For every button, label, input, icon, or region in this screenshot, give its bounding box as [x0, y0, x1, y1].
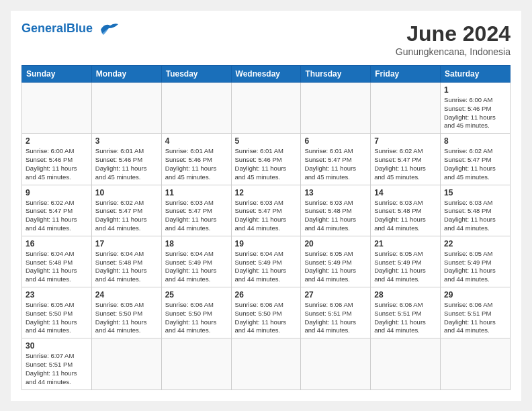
- logo-general: General: [21, 21, 66, 35]
- day-cell: 24Sunrise: 6:05 AM Sunset: 5:50 PM Dayli…: [91, 287, 161, 338]
- calendar-header-row: SundayMondayTuesdayWednesdayThursdayFrid…: [22, 66, 511, 83]
- day-number: 28: [374, 290, 437, 300]
- week-row-1: 2Sunrise: 6:00 AM Sunset: 5:46 PM Daylig…: [22, 134, 511, 185]
- day-cell: 7Sunrise: 6:02 AM Sunset: 5:47 PM Daylig…: [371, 134, 441, 185]
- day-info: Sunrise: 6:01 AM Sunset: 5:46 PM Dayligh…: [165, 147, 228, 181]
- day-cell: 2Sunrise: 6:00 AM Sunset: 5:46 PM Daylig…: [22, 134, 92, 185]
- col-header-sunday: Sunday: [22, 66, 92, 83]
- day-number: 29: [444, 290, 506, 300]
- day-info: Sunrise: 6:00 AM Sunset: 5:46 PM Dayligh…: [444, 96, 506, 130]
- day-number: 7: [374, 136, 437, 146]
- day-info: Sunrise: 6:03 AM Sunset: 5:48 PM Dayligh…: [374, 199, 437, 233]
- day-cell: [301, 338, 371, 390]
- day-cell: 15Sunrise: 6:03 AM Sunset: 5:48 PM Dayli…: [441, 185, 511, 236]
- day-cell: 5Sunrise: 6:01 AM Sunset: 5:46 PM Daylig…: [231, 134, 301, 185]
- day-info: Sunrise: 6:02 AM Sunset: 5:47 PM Dayligh…: [444, 147, 506, 181]
- day-number: 23: [26, 290, 88, 300]
- day-number: 3: [95, 136, 158, 146]
- day-number: 26: [235, 290, 298, 300]
- day-info: Sunrise: 6:05 AM Sunset: 5:49 PM Dayligh…: [444, 250, 506, 284]
- day-number: 1: [444, 85, 506, 95]
- day-info: Sunrise: 6:00 AM Sunset: 5:46 PM Dayligh…: [26, 147, 88, 181]
- col-header-thursday: Thursday: [301, 66, 371, 83]
- week-row-3: 16Sunrise: 6:04 AM Sunset: 5:48 PM Dayli…: [22, 236, 511, 287]
- day-info: Sunrise: 6:02 AM Sunset: 5:47 PM Dayligh…: [26, 199, 88, 233]
- col-header-friday: Friday: [371, 66, 441, 83]
- week-row-4: 23Sunrise: 6:05 AM Sunset: 5:50 PM Dayli…: [22, 287, 511, 338]
- day-cell: [231, 83, 301, 134]
- day-number: 11: [165, 188, 228, 197]
- day-info: Sunrise: 6:05 AM Sunset: 5:50 PM Dayligh…: [26, 301, 88, 335]
- day-number: 5: [235, 136, 298, 146]
- day-info: Sunrise: 6:06 AM Sunset: 5:51 PM Dayligh…: [444, 301, 506, 335]
- day-info: Sunrise: 6:04 AM Sunset: 5:49 PM Dayligh…: [165, 250, 228, 284]
- week-row-2: 9Sunrise: 6:02 AM Sunset: 5:47 PM Daylig…: [22, 185, 511, 236]
- day-number: 17: [95, 239, 158, 248]
- day-info: Sunrise: 6:01 AM Sunset: 5:46 PM Dayligh…: [235, 147, 298, 181]
- day-number: 25: [165, 290, 228, 300]
- day-number: 16: [26, 239, 88, 248]
- day-cell: 21Sunrise: 6:05 AM Sunset: 5:49 PM Dayli…: [371, 236, 441, 287]
- col-header-saturday: Saturday: [441, 66, 511, 83]
- day-number: 15: [444, 188, 506, 197]
- day-cell: 18Sunrise: 6:04 AM Sunset: 5:49 PM Dayli…: [161, 236, 231, 287]
- day-info: Sunrise: 6:03 AM Sunset: 5:47 PM Dayligh…: [165, 199, 228, 233]
- col-header-tuesday: Tuesday: [161, 66, 231, 83]
- logo-blue: Blue: [66, 21, 93, 35]
- calendar-page: GeneralBlue June 2024 Gunungkencana, Ind…: [11, 11, 521, 401]
- day-number: 18: [165, 239, 228, 248]
- day-number: 14: [374, 188, 437, 197]
- day-cell: [22, 83, 92, 134]
- day-cell: [301, 83, 371, 134]
- day-cell: 16Sunrise: 6:04 AM Sunset: 5:48 PM Dayli…: [22, 236, 92, 287]
- day-cell: 8Sunrise: 6:02 AM Sunset: 5:47 PM Daylig…: [441, 134, 511, 185]
- day-cell: 14Sunrise: 6:03 AM Sunset: 5:48 PM Dayli…: [371, 185, 441, 236]
- logo-text: GeneralBlue: [21, 21, 93, 36]
- day-info: Sunrise: 6:04 AM Sunset: 5:48 PM Dayligh…: [95, 250, 158, 284]
- day-cell: 30Sunrise: 6:07 AM Sunset: 5:51 PM Dayli…: [22, 338, 92, 390]
- day-cell: 27Sunrise: 6:06 AM Sunset: 5:51 PM Dayli…: [301, 287, 371, 338]
- day-number: 4: [165, 136, 228, 146]
- day-number: 9: [26, 188, 88, 197]
- day-cell: 3Sunrise: 6:01 AM Sunset: 5:46 PM Daylig…: [91, 134, 161, 185]
- day-number: 20: [304, 239, 367, 248]
- day-cell: [231, 338, 301, 390]
- week-row-0: 1Sunrise: 6:00 AM Sunset: 5:46 PM Daylig…: [22, 83, 511, 134]
- day-cell: 4Sunrise: 6:01 AM Sunset: 5:46 PM Daylig…: [161, 134, 231, 185]
- day-number: 13: [304, 188, 367, 197]
- day-cell: [371, 338, 441, 390]
- day-info: Sunrise: 6:03 AM Sunset: 5:48 PM Dayligh…: [304, 199, 367, 233]
- calendar-table: SundayMondayTuesdayWednesdayThursdayFrid…: [21, 65, 511, 390]
- day-info: Sunrise: 6:07 AM Sunset: 5:51 PM Dayligh…: [26, 352, 88, 386]
- day-cell: 12Sunrise: 6:03 AM Sunset: 5:47 PM Dayli…: [231, 185, 301, 236]
- day-number: 6: [304, 136, 367, 146]
- title-block: June 2024 Gunungkencana, Indonesia: [396, 21, 511, 57]
- day-cell: [161, 83, 231, 134]
- month-title: June 2024: [396, 21, 511, 46]
- day-cell: 20Sunrise: 6:05 AM Sunset: 5:49 PM Dayli…: [301, 236, 371, 287]
- day-info: Sunrise: 6:05 AM Sunset: 5:49 PM Dayligh…: [374, 250, 437, 284]
- day-cell: 11Sunrise: 6:03 AM Sunset: 5:47 PM Dayli…: [161, 185, 231, 236]
- day-cell: 25Sunrise: 6:06 AM Sunset: 5:50 PM Dayli…: [161, 287, 231, 338]
- day-cell: 23Sunrise: 6:05 AM Sunset: 5:50 PM Dayli…: [22, 287, 92, 338]
- day-cell: [91, 338, 161, 390]
- day-number: 10: [95, 188, 158, 197]
- day-info: Sunrise: 6:03 AM Sunset: 5:48 PM Dayligh…: [444, 199, 506, 233]
- col-header-wednesday: Wednesday: [231, 66, 301, 83]
- day-cell: 28Sunrise: 6:06 AM Sunset: 5:51 PM Dayli…: [371, 287, 441, 338]
- day-cell: 10Sunrise: 6:02 AM Sunset: 5:47 PM Dayli…: [91, 185, 161, 236]
- day-cell: 1Sunrise: 6:00 AM Sunset: 5:46 PM Daylig…: [441, 83, 511, 134]
- day-number: 19: [235, 239, 298, 248]
- week-row-5: 30Sunrise: 6:07 AM Sunset: 5:51 PM Dayli…: [22, 338, 511, 390]
- day-cell: 22Sunrise: 6:05 AM Sunset: 5:49 PM Dayli…: [441, 236, 511, 287]
- day-cell: 13Sunrise: 6:03 AM Sunset: 5:48 PM Dayli…: [301, 185, 371, 236]
- day-cell: [441, 338, 511, 390]
- col-header-monday: Monday: [91, 66, 161, 83]
- location-subtitle: Gunungkencana, Indonesia: [396, 46, 511, 57]
- day-info: Sunrise: 6:01 AM Sunset: 5:46 PM Dayligh…: [95, 147, 158, 181]
- day-number: 8: [444, 136, 506, 146]
- day-info: Sunrise: 6:05 AM Sunset: 5:49 PM Dayligh…: [304, 250, 367, 284]
- day-info: Sunrise: 6:06 AM Sunset: 5:51 PM Dayligh…: [374, 301, 437, 335]
- day-cell: 9Sunrise: 6:02 AM Sunset: 5:47 PM Daylig…: [22, 185, 92, 236]
- day-cell: 29Sunrise: 6:06 AM Sunset: 5:51 PM Dayli…: [441, 287, 511, 338]
